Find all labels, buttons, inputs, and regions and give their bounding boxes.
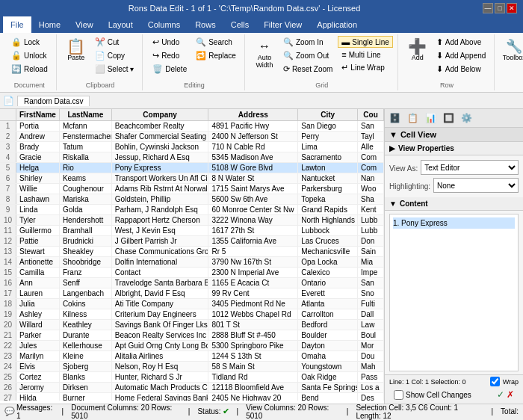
cell-city[interactable]: Grand Rapids bbox=[298, 205, 358, 214]
cell-city[interactable]: Mechanicsville bbox=[298, 247, 358, 256]
view-as-select[interactable]: Text Editor bbox=[421, 160, 519, 175]
panel-icon-grid[interactable]: 📊 bbox=[422, 111, 439, 126]
maximize-button[interactable]: □ bbox=[495, 3, 505, 13]
cell-address[interactable]: 99 Rv Cent bbox=[208, 288, 298, 298]
menu-tab-view[interactable]: View bbox=[68, 16, 101, 33]
cell-company[interactable]: Transport Workers Un Afl Cio bbox=[112, 173, 209, 183]
cell-country[interactable]: Com bbox=[358, 152, 384, 162]
cell-country[interactable]: Law bbox=[358, 320, 384, 330]
cell-address[interactable]: 3790 Nw 167th St bbox=[208, 257, 298, 267]
cell-company[interactable]: Beachcomber Realty bbox=[112, 121, 209, 131]
highlighting-select[interactable]: None bbox=[433, 178, 519, 193]
cell-country[interactable]: Mah bbox=[358, 362, 384, 371]
cell-lastname[interactable]: Mariska bbox=[60, 194, 112, 204]
cell-firstname[interactable]: Camilla bbox=[16, 268, 60, 277]
panel-icon-clip[interactable]: 📋 bbox=[404, 111, 421, 126]
cell-lastname[interactable]: Rio bbox=[60, 163, 112, 173]
cell-city[interactable]: Lubbock bbox=[298, 226, 358, 235]
cell-firstname[interactable]: Pattie bbox=[16, 236, 60, 246]
cell-company[interactable]: Rappaport Hertz Cherson bbox=[112, 215, 209, 225]
cell-city[interactable]: Perry bbox=[298, 132, 358, 141]
cell-address[interactable]: 5345 Madison Ave bbox=[208, 152, 298, 162]
cell-company[interactable]: Beacon Realty Services Inc bbox=[112, 330, 209, 340]
panel-content-area[interactable]: 1. Pony Express bbox=[389, 214, 519, 371]
add-below-button[interactable]: ⬇Add Below bbox=[433, 63, 490, 75]
cell-country[interactable]: Don bbox=[358, 236, 384, 246]
wrap-checkbox[interactable] bbox=[490, 377, 500, 386]
cell-company[interactable]: Travelodge Santa Barbara Beach bbox=[112, 278, 209, 288]
cell-city[interactable]: Sacramento bbox=[298, 152, 358, 162]
table-row[interactable]: 6 Shirley Keams Transport Workers Un Afl… bbox=[0, 173, 384, 184]
menu-tab-file[interactable]: File bbox=[3, 16, 31, 33]
cell-lastname[interactable]: Dirksen bbox=[60, 383, 112, 392]
cell-address[interactable]: 1244 S 13th St bbox=[208, 351, 298, 361]
cell-country[interactable]: Woo bbox=[358, 184, 384, 194]
cell-country[interactable]: Dou bbox=[358, 351, 384, 361]
cell-lastname[interactable]: Keathley bbox=[60, 320, 112, 330]
cell-firstname[interactable]: Willard bbox=[16, 320, 60, 330]
cell-firstname[interactable]: Antionette bbox=[16, 257, 60, 267]
table-row[interactable]: 9 Linda Golda Parham, J Randolph Esq 60 … bbox=[0, 205, 384, 215]
table-row[interactable]: 2 Andrew Fenstermacher Shafer Commercial… bbox=[0, 132, 384, 142]
cell-city[interactable]: Youngstown bbox=[298, 362, 358, 371]
cell-city[interactable]: San Diego bbox=[298, 121, 358, 131]
cell-country[interactable]: Lubb bbox=[358, 215, 384, 225]
panel-view-properties-title[interactable]: ▶ View Properties bbox=[385, 142, 523, 155]
cell-address[interactable]: 710 N Cable Rd bbox=[208, 142, 298, 152]
cell-address[interactable]: 2888 Bluff St #-450 bbox=[208, 330, 298, 340]
cell-company[interactable]: Bohlin, Cywinski Jackson bbox=[112, 142, 209, 152]
cell-address[interactable]: Tidland Rd bbox=[208, 372, 298, 382]
cell-company[interactable]: Criterium Day Engineers bbox=[112, 309, 209, 319]
cell-address[interactable]: 4891 Pacific Hwy bbox=[208, 121, 298, 131]
cell-city[interactable]: Santa Fe Springs bbox=[298, 383, 358, 392]
cell-company[interactable]: Nelson, Roy H Esq bbox=[112, 362, 209, 371]
cell-city[interactable]: Lima bbox=[298, 142, 358, 152]
table-row[interactable]: 8 Lashawn Mariska Goldstein, Phillip 560… bbox=[0, 194, 384, 205]
cell-company[interactable]: Albright, David F Esq bbox=[112, 288, 209, 298]
cell-country[interactable]: San bbox=[358, 278, 384, 288]
menu-tab-filter[interactable]: Filter View bbox=[256, 16, 309, 33]
auto-width-button[interactable]: ↔ AutoWidth bbox=[251, 36, 278, 72]
cell-company[interactable]: Goldstein, Phillip bbox=[112, 194, 209, 204]
select-button[interactable]: ⬜Select ▾ bbox=[91, 63, 138, 75]
cell-firstname[interactable]: Jeromy bbox=[16, 383, 60, 392]
table-row[interactable]: 7 Willie Coughenour Adams Rib Rstrnt At … bbox=[0, 184, 384, 194]
cell-lastname[interactable]: Shoobridge bbox=[60, 257, 112, 267]
cell-lastname[interactable]: Tatum bbox=[60, 142, 112, 152]
table-row[interactable]: 15 Camilla Franz Contact 2300 N Imperial… bbox=[0, 268, 384, 278]
cell-firstname[interactable]: Elvis bbox=[16, 362, 60, 371]
cell-firstname[interactable]: Stewart bbox=[16, 247, 60, 256]
cell-company[interactable]: Savings Bank Of Finger Lks Fsb bbox=[112, 320, 209, 330]
table-row[interactable]: 19 Ashley Kilness Criterium Day Engineer… bbox=[0, 309, 384, 320]
reject-change-button[interactable]: ✗ bbox=[507, 389, 514, 400]
cell-city[interactable]: Calexico bbox=[298, 268, 358, 277]
cell-firstname[interactable]: Hilda bbox=[16, 393, 60, 401]
multi-line-button[interactable]: ≡Multi Line bbox=[338, 49, 392, 61]
cell-firstname[interactable]: Guillermo bbox=[16, 226, 60, 235]
cell-country[interactable]: Los a bbox=[358, 383, 384, 392]
table-row[interactable]: 18 Julia Cokins Ati Title Company 3405 P… bbox=[0, 299, 384, 309]
table-row[interactable]: 26 Jeromy Dirksen Automatic Mach Product… bbox=[0, 383, 384, 393]
table-row[interactable]: 23 Marilyn Kleine Alitalia Airlines 1244… bbox=[0, 351, 384, 362]
cell-address[interactable]: 12118 Bloomfield Ave bbox=[208, 383, 298, 392]
cell-city[interactable]: Boulder bbox=[298, 330, 358, 340]
cell-city[interactable]: Ontario bbox=[298, 278, 358, 288]
cell-firstname[interactable]: Julia bbox=[16, 299, 60, 309]
cell-lastname[interactable]: Brudnicki bbox=[60, 236, 112, 246]
cell-company[interactable]: Ati Title Company bbox=[112, 299, 209, 309]
redo-button[interactable]: ↪Redo bbox=[149, 49, 191, 62]
menu-tab-application[interactable]: Application bbox=[309, 16, 365, 33]
panel-icon-box[interactable]: 🔲 bbox=[440, 111, 457, 126]
cell-address[interactable]: 3222 Winona Way bbox=[208, 215, 298, 225]
table-row[interactable]: 21 Parker Durante Beacon Realty Services… bbox=[0, 330, 384, 341]
table-row[interactable]: 16 Ann Senff Travelodge Santa Barbara Be… bbox=[0, 278, 384, 288]
cell-firstname[interactable]: Jules bbox=[16, 341, 60, 350]
cell-country[interactable]: Mia bbox=[358, 257, 384, 267]
cell-address[interactable]: 1617 27th St bbox=[208, 226, 298, 235]
cell-firstname[interactable]: Tyler bbox=[16, 215, 60, 225]
panel-icon-gear[interactable]: ⚙️ bbox=[458, 111, 474, 126]
cell-country[interactable]: Dall bbox=[358, 309, 384, 319]
cut-button[interactable]: ✂️Cut bbox=[91, 36, 138, 49]
cell-lastname[interactable]: Blanks bbox=[60, 372, 112, 382]
cell-company[interactable]: Parham, J Randolph Esq bbox=[112, 205, 209, 214]
